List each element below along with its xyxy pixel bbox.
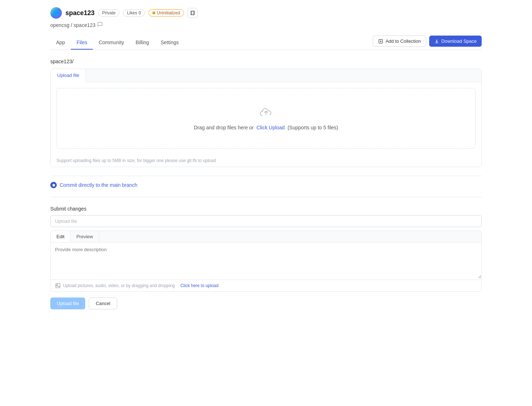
upload-support-text: Support uploading files up to 5MB in siz… (51, 154, 481, 167)
upload-card-tabs: Upload file (51, 69, 481, 82)
svg-rect-6 (56, 283, 60, 288)
action-buttons: Upload file Cancel (50, 297, 482, 309)
download-space-button[interactable]: Download Space (429, 36, 482, 47)
likes-badge: Likes 0 (123, 9, 145, 17)
upload-card: Upload file Drag and drop files here or … (50, 69, 482, 167)
status-badge: Uninitialized (148, 9, 184, 17)
svg-rect-0 (191, 11, 195, 15)
add-to-collection-button[interactable]: Add to Collection (373, 36, 426, 47)
repo-name-header: space123 (65, 9, 95, 17)
tab-billing[interactable]: Billing (130, 36, 155, 50)
commit-option[interactable]: Commit directly to the main branch (50, 182, 482, 188)
commit-option-label: Commit directly to the main branch (60, 182, 137, 188)
tab-app[interactable]: App (50, 36, 71, 50)
breadcrumb-separator: / (71, 22, 72, 28)
tab-settings[interactable]: Settings (155, 36, 185, 50)
submit-file-input[interactable] (50, 215, 482, 227)
comment-icon (97, 22, 103, 28)
editor-footer: Upload pictures, audio, video, or by dra… (51, 280, 481, 291)
file-path: space123/ (50, 59, 482, 64)
editor-footer-link[interactable]: Click here to upload (180, 283, 219, 288)
status-dot (152, 11, 155, 14)
submit-label: Submit changes (50, 206, 482, 212)
breadcrumb: opencsg / space123 (50, 22, 482, 28)
settings-icon-button[interactable] (188, 8, 198, 18)
editor-tab-bar: Edit Preview (51, 231, 481, 243)
upload-file-tab[interactable]: Upload file (51, 69, 86, 82)
breadcrumb-repo[interactable]: space123 (74, 22, 96, 28)
divider-2 (50, 197, 482, 197)
upload-file-button[interactable]: Upload file (50, 297, 85, 309)
upload-cloud-icon (260, 106, 272, 120)
tabs-bar: App Files Community Billing Settings Add… (50, 36, 482, 50)
status-label: Uninitialized (157, 10, 180, 15)
editor-footer-text: Upload pictures, audio, video, or by dra… (63, 283, 175, 288)
likes-count: 0 (138, 10, 141, 15)
editor-tabs-container: Edit Preview Upload pictures, audio, vid… (50, 231, 482, 292)
download-space-label: Download Space (441, 38, 477, 44)
commit-radio[interactable] (50, 182, 57, 188)
click-upload-link[interactable]: Click Upload (257, 125, 285, 130)
drop-text: Drag and drop files here or Click Upload… (194, 125, 338, 130)
breadcrumb-org[interactable]: opencsg (50, 22, 69, 28)
tabs-actions: Add to Collection Download Space (373, 36, 482, 50)
tab-files[interactable]: Files (71, 36, 93, 50)
cancel-button[interactable]: Cancel (89, 297, 117, 309)
media-icon (55, 283, 61, 289)
description-textarea[interactable] (51, 243, 481, 278)
drop-zone[interactable]: Drag and drop files here or Click Upload… (56, 88, 476, 149)
editor-tab-preview[interactable]: Preview (70, 231, 99, 242)
add-to-collection-label: Add to Collection (385, 38, 421, 44)
tab-community[interactable]: Community (93, 36, 130, 50)
commit-section: Commit directly to the main branch (50, 182, 482, 188)
submit-section: Submit changes Edit Preview Upload pictu… (50, 206, 482, 309)
private-badge: Private (98, 9, 119, 17)
editor-tab-edit[interactable]: Edit (51, 231, 70, 242)
divider-1 (50, 176, 482, 176)
likes-label: Likes (127, 10, 137, 15)
repo-avatar: 🌐 (50, 7, 62, 19)
drop-subtext: (Supports up to 5 files) (288, 125, 338, 130)
tabs-left: App Files Community Billing Settings (50, 36, 373, 49)
